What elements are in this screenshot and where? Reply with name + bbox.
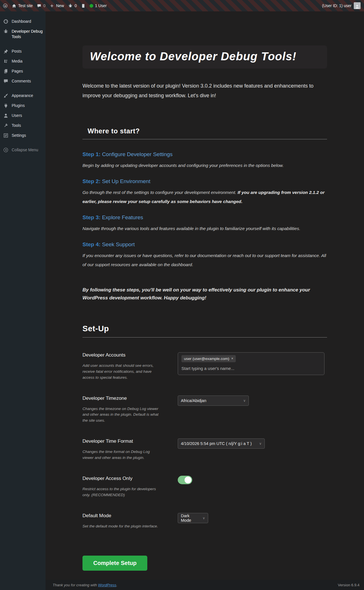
step-title-link[interactable]: Configure Developer Settings: [102, 151, 173, 157]
hero-banner: Welcome to Developer Debug Tools!: [82, 45, 327, 69]
sidebar-item-developer-debug-tools[interactable]: Developer Debug Tools: [0, 26, 46, 42]
brush-icon: [3, 93, 9, 98]
toggle-knob: [185, 477, 191, 483]
debug-count: 0: [75, 3, 77, 8]
sidebar-item-label: Users: [12, 113, 22, 118]
book-icon: [81, 3, 86, 8]
default-mode-select[interactable]: Dark Mode ∨: [178, 513, 208, 523]
sidebar-item-label: Tools: [12, 123, 21, 128]
wrench-icon: [3, 123, 9, 128]
where-to-start-title: Where to start?: [82, 127, 327, 135]
wordpress-link[interactable]: WordPress: [98, 583, 116, 587]
sidebar-item-tools[interactable]: Tools: [0, 121, 46, 131]
users-online-label: 1 User: [95, 3, 107, 8]
sidebar-item-users[interactable]: Users: [0, 111, 46, 121]
debug-errors-menu[interactable]: 0: [68, 3, 77, 8]
collapse-icon: [3, 147, 9, 153]
developer-access-toggle[interactable]: [178, 476, 192, 484]
setup-title: Set-Up: [82, 324, 327, 333]
developer-access-row: Developer Access Only Restrict access to…: [82, 476, 327, 498]
current-user-label[interactable]: (User ID: 1) user: [322, 3, 351, 8]
page-title: Welcome to Developer Debug Tools!: [90, 50, 320, 63]
sidebar-item-posts[interactable]: Posts: [0, 46, 46, 56]
mode-selected-value: Dark Mode: [181, 514, 198, 523]
step-title-link[interactable]: Seek Support: [102, 241, 135, 247]
sidebar-item-label: Pages: [12, 69, 23, 74]
step-description: Begin by adding or updating developer ac…: [82, 163, 284, 168]
default-mode-description: Set the default mode for the plugin inte…: [82, 523, 162, 529]
developer-timezone-description: Changes the timezone on Debug Log viewer…: [82, 406, 162, 424]
sidebar-item-label: Settings: [12, 133, 26, 138]
timezone-selected-value: Africa/Abidjan: [181, 398, 206, 403]
developer-timezone-select[interactable]: Africa/Abidjan ∨: [178, 396, 249, 406]
intro-paragraph: Welcome to the latest version of our plu…: [82, 81, 327, 100]
step-title-link[interactable]: Set Up Environment: [102, 178, 150, 184]
comment-bubble-icon: [37, 3, 42, 8]
sidebar-item-comments[interactable]: Comments: [0, 76, 46, 86]
sidebar-item-settings[interactable]: Settings: [0, 131, 46, 140]
time-format-selected-value: 4/10/2026 5:54 pm UTC ( n/j/Y g:i a T ): [181, 441, 252, 446]
comments-count: 0: [43, 3, 46, 8]
developer-time-format-label: Developer Time Format: [82, 438, 178, 444]
step-prefix: Step 2:: [82, 178, 100, 184]
log-book-menu[interactable]: [81, 3, 86, 8]
step-prefix: Step 4:: [82, 241, 100, 247]
user-tag: user (user@example.com) ×: [181, 355, 236, 362]
default-mode-row: Default Mode Set the default mode for th…: [82, 513, 327, 529]
online-status-dot: [90, 4, 93, 8]
sidebar-item-appearance[interactable]: Appearance: [0, 91, 46, 101]
site-menu[interactable]: Test site: [12, 3, 33, 8]
developer-accounts-row: Developer Accounts Add user accounts tha…: [82, 352, 327, 381]
comment-icon: [3, 78, 9, 84]
media-icon: [3, 59, 9, 64]
divider: [82, 337, 327, 338]
plus-icon: [49, 3, 54, 8]
divider: [82, 139, 327, 139]
user-icon: [3, 113, 9, 118]
sidebar-item-media[interactable]: Media: [0, 56, 46, 66]
admin-footer: Thank you for creating with WordPress. V…: [46, 580, 364, 590]
developer-timezone-label: Developer Timezone: [82, 396, 178, 401]
settings-icon: [3, 133, 9, 138]
bug-icon: [68, 3, 73, 8]
dashboard-icon: [3, 19, 9, 24]
accounts-placeholder: Start typing a user's name...: [181, 366, 321, 371]
wordpress-logo-icon[interactable]: W: [3, 3, 8, 8]
sidebar-item-label: Media: [12, 59, 22, 64]
step-prefix: Step 3:: [82, 214, 100, 220]
developer-time-format-description: Changes the time format on Debug Log vie…: [82, 449, 162, 461]
svg-text:W: W: [4, 5, 7, 7]
main-content: Welcome to Developer Debug Tools! Welcom…: [46, 11, 364, 590]
sidebar-item-label: Collapse Menu: [12, 147, 38, 153]
sidebar-item-label: Comments: [12, 78, 31, 84]
sidebar-item-label: Posts: [12, 49, 22, 54]
avatar[interactable]: [354, 2, 361, 9]
step-prefix: Step 1:: [82, 151, 100, 157]
home-icon: [12, 3, 16, 8]
sidebar-item-label: Appearance: [12, 93, 33, 98]
sidebar-item-plugins[interactable]: Plugins: [0, 101, 46, 111]
new-content-menu[interactable]: New: [49, 3, 64, 8]
developer-time-format-select[interactable]: 4/10/2026 5:54 pm UTC ( n/j/Y g:i a T ) …: [178, 438, 265, 449]
sidebar-item-label: Plugins: [12, 103, 25, 108]
sidebar-item-pages[interactable]: Pages: [0, 66, 46, 76]
developer-accounts-input[interactable]: user (user@example.com) × Start typing a…: [178, 352, 324, 375]
comments-shortcut[interactable]: 0: [37, 3, 46, 8]
chevron-down-icon: ∨: [202, 516, 205, 520]
chevron-down-icon: ∨: [243, 399, 246, 403]
closing-paragraph: By following these steps, you'll be well…: [82, 286, 327, 302]
sidebar-item-label: Dashboard: [12, 19, 31, 24]
site-name: Test site: [18, 3, 33, 8]
pages-icon: [3, 69, 9, 74]
remove-tag-icon[interactable]: ×: [231, 357, 233, 361]
step-title-link[interactable]: Explore Features: [102, 214, 143, 220]
step-description: Go through the rest of the settings to c…: [82, 190, 237, 195]
collapse-menu-button[interactable]: Collapse Menu: [0, 145, 46, 155]
pushpin-icon: [3, 49, 9, 54]
users-online-menu[interactable]: 1 User: [90, 3, 107, 8]
complete-setup-button[interactable]: Complete Setup: [82, 556, 147, 571]
step-4: Step 4: Seek Support If you encounter an…: [82, 241, 327, 270]
sidebar-item-dashboard[interactable]: Dashboard: [0, 16, 46, 26]
admin-bar: W Test site 0 New 0 1 User (User ID: 1) …: [0, 0, 364, 11]
footer-thanks-text: Thank you for creating with: [53, 583, 98, 587]
